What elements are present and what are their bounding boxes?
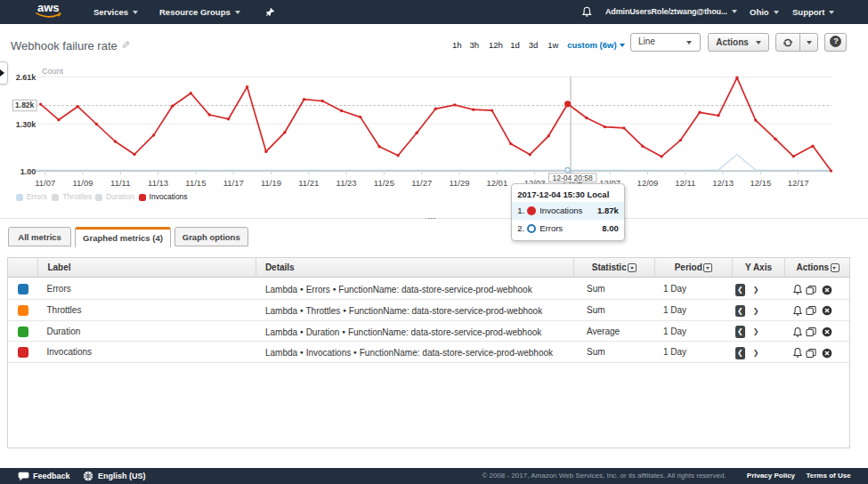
svg-text:12/15: 12/15 <box>750 178 772 188</box>
svg-text:11/29: 11/29 <box>449 178 469 188</box>
svg-text:2.61k: 2.61k <box>16 73 37 82</box>
svg-text:11/19: 11/19 <box>261 178 281 188</box>
svg-text:12/13: 12/13 <box>712 178 734 188</box>
svg-text:11/21: 11/21 <box>298 178 319 188</box>
svg-text:11/11: 11/11 <box>110 178 130 188</box>
svg-text:12/01: 12/01 <box>486 178 507 188</box>
svg-text:Count: Count <box>42 67 64 76</box>
svg-text:11/07: 11/07 <box>35 178 55 188</box>
svg-text:11/23: 11/23 <box>337 178 357 188</box>
svg-text:12/09: 12/09 <box>637 178 659 188</box>
svg-text:1.00: 1.00 <box>20 167 37 176</box>
svg-text:1.30k: 1.30k <box>16 120 37 129</box>
svg-text:11/27: 11/27 <box>411 178 432 188</box>
svg-text:12-04 20:58: 12-04 20:58 <box>552 173 593 182</box>
svg-text:11/15: 11/15 <box>185 178 206 188</box>
svg-text:11/13: 11/13 <box>148 178 168 188</box>
svg-text:12/11: 12/11 <box>675 178 695 188</box>
svg-text:11/09: 11/09 <box>72 178 93 188</box>
svg-text:1.82k: 1.82k <box>15 101 35 109</box>
svg-text:12/17: 12/17 <box>788 178 809 188</box>
svg-text:11/17: 11/17 <box>223 178 244 188</box>
svg-text:11/25: 11/25 <box>374 178 394 188</box>
